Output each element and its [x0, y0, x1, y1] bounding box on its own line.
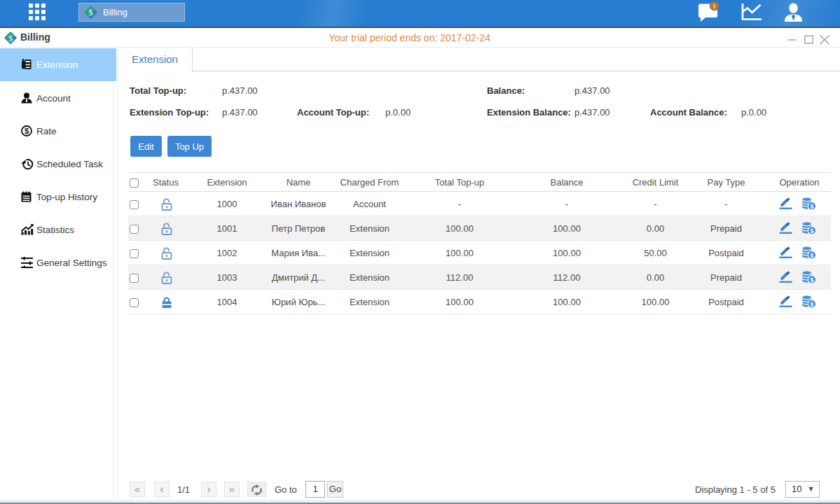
svg-text:$: $	[88, 7, 93, 18]
svg-text:$: $	[810, 252, 813, 259]
svg-text:$: $	[25, 127, 29, 135]
svg-text:!: !	[713, 2, 715, 10]
svg-text:$: $	[810, 301, 813, 308]
svg-text:$: $	[810, 227, 813, 234]
svg-text:$: $	[810, 203, 813, 210]
svg-text:$: $	[810, 276, 813, 284]
